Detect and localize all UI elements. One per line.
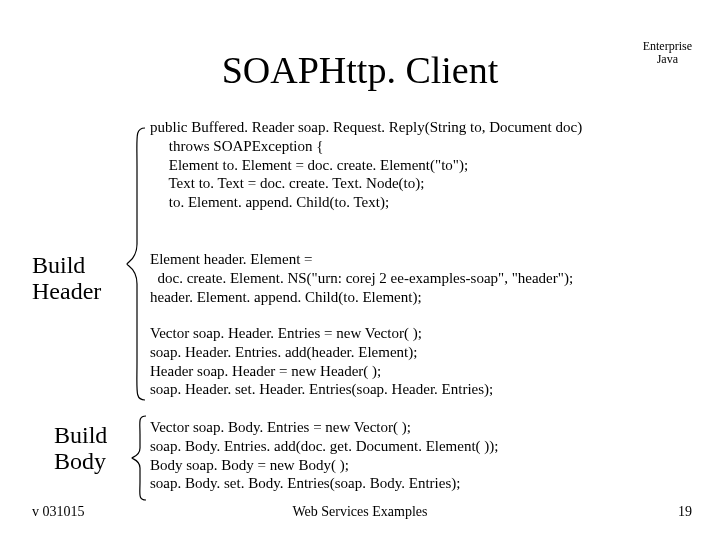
brace-icon: [125, 126, 147, 402]
code-build-body: Vector soap. Body. Entries = new Vector(…: [150, 418, 499, 493]
footer-title: Web Services Examples: [0, 504, 720, 520]
page-number: 19: [678, 504, 692, 520]
brace-icon: [130, 414, 148, 502]
label-build-header: Build Header: [32, 252, 101, 305]
code-build-header: Element header. Element = doc. create. E…: [150, 250, 573, 306]
slide: SOAPHttp. Client Enterprise Java public …: [0, 0, 720, 540]
code-vector-header: Vector soap. Header. Entries = new Vecto…: [150, 324, 493, 399]
code-intro: public Buffered. Reader soap. Request. R…: [150, 118, 582, 212]
label-build-body: Build Body: [54, 422, 107, 475]
page-title: SOAPHttp. Client: [0, 48, 720, 92]
corner-label: Enterprise Java: [643, 40, 692, 66]
